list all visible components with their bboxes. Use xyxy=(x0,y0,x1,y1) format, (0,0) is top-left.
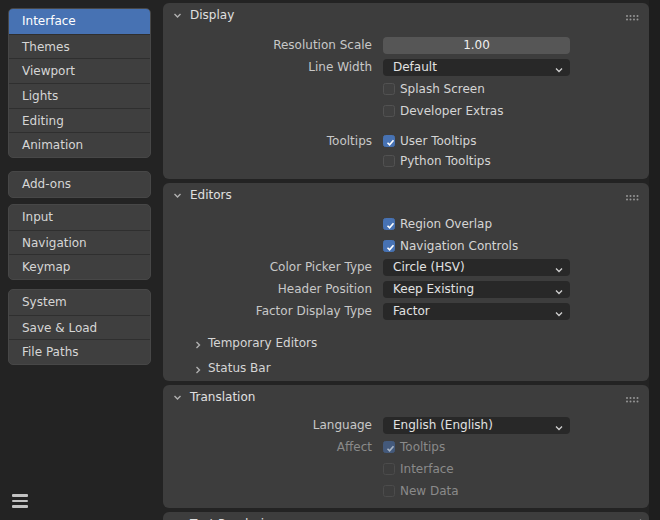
affect-interface-checkbox xyxy=(383,463,395,475)
panel-next-partial: Text Rendering xyxy=(163,512,649,520)
region-overlap-checkbox[interactable] xyxy=(383,218,395,230)
header-position-label: Header Position xyxy=(163,281,372,298)
panel-editors: Editors Region Overlap Navigation Contro… xyxy=(163,183,649,381)
python-tooltips-label: Python Tooltips xyxy=(400,155,491,168)
header-position-value: Keep Existing xyxy=(393,282,474,296)
affect-new-data-checkbox xyxy=(383,485,395,497)
chevron-down-icon xyxy=(554,421,564,431)
chevron-down-icon xyxy=(172,190,183,201)
line-width-select[interactable]: Default xyxy=(383,59,570,76)
chevron-down-icon xyxy=(172,392,183,403)
region-overlap-label: Region Overlap xyxy=(400,218,492,231)
language-label: Language xyxy=(163,417,372,434)
scrollbar-track[interactable] xyxy=(649,0,660,520)
factor-display-type-value: Factor xyxy=(393,304,430,318)
panel-title: Translation xyxy=(190,388,255,406)
sidebar-item-save-load[interactable]: Save & Load xyxy=(9,315,150,340)
chevron-down-icon xyxy=(554,285,564,295)
factor-display-type-label: Factor Display Type xyxy=(163,303,372,320)
splash-screen-label: Splash Screen xyxy=(400,83,485,96)
sidebar-group-system: System Save & Load File Paths xyxy=(8,289,151,365)
affect-group-label: Affect xyxy=(163,439,372,456)
preferences-window: Interface Themes Viewport Lights Editing… xyxy=(0,0,660,520)
chevron-down-icon xyxy=(554,263,564,273)
drag-grip-icon[interactable] xyxy=(626,15,628,17)
panel-title: Text Rendering xyxy=(190,515,279,520)
affect-tooltips-label: Tooltips xyxy=(400,441,445,454)
panel-translation: Translation Language English (English) A… xyxy=(163,385,649,508)
chevron-down-icon xyxy=(554,307,564,317)
color-picker-type-value: Circle (HSV) xyxy=(393,260,465,274)
panel-display: Display Resolution Scale 1.00 Line Width… xyxy=(163,3,649,179)
chevron-down-icon xyxy=(554,63,564,73)
chevron-down-icon xyxy=(172,10,183,21)
line-width-label: Line Width xyxy=(163,59,372,76)
navigation-controls-checkbox[interactable] xyxy=(383,240,395,252)
subsection-label: Status Bar xyxy=(208,360,271,377)
sidebar-item-themes[interactable]: Themes xyxy=(9,34,150,59)
subsection-label: Temporary Editors xyxy=(208,335,317,352)
color-picker-type-select[interactable]: Circle (HSV) xyxy=(383,259,570,276)
python-tooltips-checkbox[interactable] xyxy=(383,155,395,167)
sidebar-item-interface[interactable]: Interface xyxy=(9,9,150,34)
sidebar-item-editing[interactable]: Editing xyxy=(9,108,150,133)
navigation-controls-label: Navigation Controls xyxy=(400,240,518,253)
panel-display-header[interactable]: Display xyxy=(163,6,649,24)
language-value: English (English) xyxy=(393,418,493,432)
user-tooltips-label: User Tooltips xyxy=(400,135,476,148)
user-tooltips-checkbox[interactable] xyxy=(383,135,395,147)
panel-title: Display xyxy=(190,6,234,24)
sidebar-item-viewport[interactable]: Viewport xyxy=(9,58,150,83)
sidebar-group-interface: Interface Themes Viewport Lights Editing… xyxy=(8,8,151,158)
tooltips-group-label: Tooltips xyxy=(163,133,372,150)
affect-interface-label: Interface xyxy=(400,463,454,476)
splash-screen-checkbox[interactable] xyxy=(383,83,395,95)
affect-tooltips-checkbox xyxy=(383,441,395,453)
chevron-up-icon xyxy=(633,516,648,520)
resolution-scale-label: Resolution Scale xyxy=(163,37,372,54)
developer-extras-label: Developer Extras xyxy=(400,105,503,118)
sidebar-item-lights[interactable]: Lights xyxy=(9,83,150,108)
sidebar-group-input: Input Navigation Keymap xyxy=(8,204,151,280)
sidebar-item-animation[interactable]: Animation xyxy=(9,132,150,157)
panel-title: Editors xyxy=(190,186,232,204)
resolution-scale-field[interactable]: 1.00 xyxy=(383,37,570,54)
language-select[interactable]: English (English) xyxy=(383,417,570,434)
developer-extras-checkbox[interactable] xyxy=(383,105,395,117)
sidebar-item-navigation[interactable]: Navigation xyxy=(9,230,150,255)
color-picker-type-label: Color Picker Type xyxy=(163,259,372,276)
panel-editors-header[interactable]: Editors xyxy=(163,186,649,204)
drag-grip-icon[interactable] xyxy=(626,397,628,399)
hamburger-menu-icon[interactable] xyxy=(12,494,29,508)
line-width-value: Default xyxy=(393,60,437,74)
panel-next-header[interactable]: Text Rendering xyxy=(163,515,649,520)
sidebar-item-file-paths[interactable]: File Paths xyxy=(9,339,150,364)
panel-translation-header[interactable]: Translation xyxy=(163,388,649,406)
drag-grip-icon[interactable] xyxy=(626,195,628,197)
sidebar-item-addons[interactable]: Add-ons xyxy=(9,172,150,197)
affect-new-data-label: New Data xyxy=(400,485,459,498)
chevron-right-icon xyxy=(193,339,203,349)
sidebar-item-input[interactable]: Input xyxy=(9,205,150,230)
sidebar-group-addons: Add-ons xyxy=(8,171,151,198)
sidebar-item-system[interactable]: System xyxy=(9,290,150,315)
header-position-select[interactable]: Keep Existing xyxy=(383,281,570,298)
sidebar-item-keymap[interactable]: Keymap xyxy=(9,254,150,279)
factor-display-type-select[interactable]: Factor xyxy=(383,303,570,320)
chevron-right-icon xyxy=(193,364,203,374)
